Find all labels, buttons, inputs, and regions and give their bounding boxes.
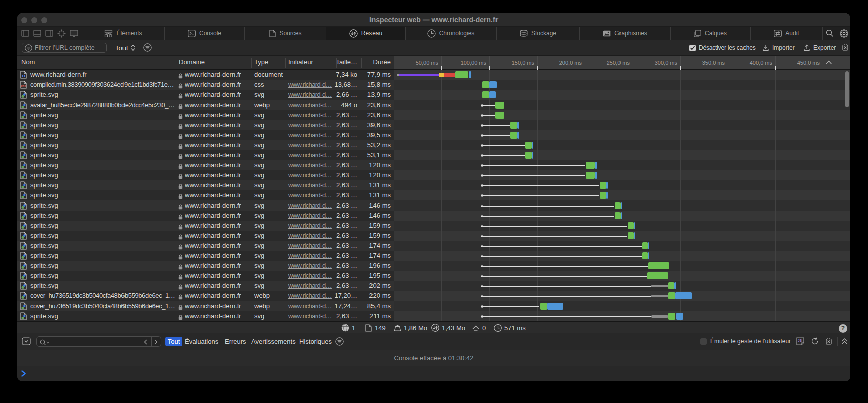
svg-text:css: css bbox=[21, 84, 26, 88]
svg-text:JS: JS bbox=[798, 339, 802, 342]
